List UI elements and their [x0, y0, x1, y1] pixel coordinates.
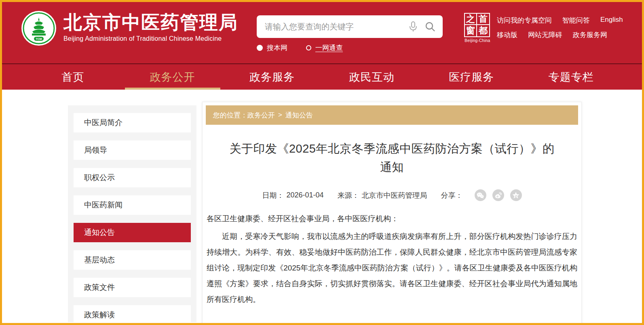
capital-caption: Beijing-China	[464, 38, 491, 43]
site-brand[interactable]: TCM 北京市中医药管理局 Beijing Administration of …	[21, 8, 238, 46]
nav-item-special-columns[interactable]: 专题专栏	[522, 64, 621, 90]
sidebar-item-intro[interactable]: 中医局简介	[74, 113, 191, 132]
nav-item-gov-services[interactable]: 政务服务	[222, 64, 322, 90]
article-meta: 日期： 2026-01-04 来源： 北京市中医药管理局 分享：	[206, 189, 578, 201]
main-nav: 首页 政务公开 政务服务 政民互动 医疗服务 专题专栏	[2, 63, 642, 90]
sidebar-menu: 中医局简介 局领导 职权公示 中医药新闻 通知公告 基层动态 政策文件 政策解读	[68, 105, 196, 322]
article-body: 各区卫生健康委、经开区社会事业局，各中医医疗机构： 近期，受寒冷天气影响，我市以…	[207, 211, 577, 307]
wechat-icon[interactable]	[475, 189, 486, 201]
radio-label: 搜本网	[267, 43, 287, 52]
article-title: 关于印发《2025年北京冬季流感中医药防治方案（试行）》的通知	[226, 139, 558, 176]
sidebar-item-grassroots[interactable]: 基层动态	[74, 250, 191, 270]
svg-text:TCM: TCM	[36, 38, 42, 40]
breadcrumb-separator: >	[278, 111, 282, 119]
link-english[interactable]: English	[600, 16, 623, 25]
microphone-icon[interactable]	[407, 21, 419, 33]
article-date: 2026-01-04	[286, 191, 323, 199]
article-salutation: 各区卫生健康委、经开区社会事业局，各中医医疗机构：	[207, 211, 577, 226]
brand-text: 北京市中医药管理局 Beijing Administration of Trad…	[63, 11, 238, 42]
sidebar-item-authority[interactable]: 职权公示	[74, 168, 191, 187]
nav-item-medical-services[interactable]: 医疗服务	[422, 64, 522, 90]
breadcrumb-link-gov-disclosure[interactable]: 政务公开	[247, 111, 275, 120]
capital-char: 都	[477, 25, 489, 36]
share-icons	[469, 189, 522, 201]
search-box	[257, 15, 443, 38]
page: { "colors": { "brand_red": "#BE1E2D", "p…	[0, 0, 644, 325]
search-icon[interactable]	[424, 21, 436, 33]
quick-links-row1: 访问我的专属空间 智能问答 English	[497, 16, 630, 25]
source-label: 来源：	[338, 191, 359, 200]
nav-item-public-interaction[interactable]: 政民互动	[322, 64, 422, 90]
radio-one-net-search[interactable]: 一网通查	[306, 43, 343, 52]
link-gov-service-net[interactable]: 政务服务网	[573, 30, 607, 40]
breadcrumb-link-notices[interactable]: 通知公告	[285, 111, 313, 120]
link-smart-qa[interactable]: 智能问答	[562, 16, 590, 25]
weibo-icon[interactable]	[492, 189, 504, 201]
search-area: 搜本网 一网通查	[257, 15, 443, 52]
link-accessibility[interactable]: 网站无障碍	[528, 30, 562, 40]
breadcrumb: 您的位置： 政务公开 > 通知公告	[206, 105, 578, 125]
capital-window-grid-icon: 之 首 窗 都	[464, 13, 490, 37]
nav-item-home[interactable]: 首页	[23, 64, 123, 90]
capital-char: 之	[465, 14, 477, 25]
qzone-icon[interactable]	[510, 189, 522, 201]
content-area: 中医局简介 局领导 职权公示 中医药新闻 通知公告 基层动态 政策文件 政策解读…	[2, 90, 642, 322]
share-label: 分享：	[441, 191, 463, 200]
search-scope: 搜本网 一网通查	[257, 43, 443, 52]
capital-char: 窗	[465, 25, 477, 36]
site-subtitle: Beijing Administration of Traditional Ch…	[63, 35, 238, 42]
link-my-space[interactable]: 访问我的专属空间	[497, 16, 552, 25]
date-label: 日期：	[262, 191, 284, 200]
sidebar-item-leadership[interactable]: 局领导	[74, 140, 191, 160]
radio-search-this-site[interactable]: 搜本网	[257, 43, 287, 52]
radio-unselected-icon	[306, 45, 311, 50]
capital-window-logo[interactable]: 之 首 窗 都 Beijing-China	[464, 13, 491, 43]
breadcrumb-prefix: 您的位置：	[213, 111, 247, 120]
search-input[interactable]	[265, 22, 402, 31]
site-header: TCM 北京市中医药管理局 Beijing Administration of …	[2, 2, 642, 63]
quick-links-row2: 移动版 网站无障碍 政务服务网	[497, 30, 630, 40]
link-mobile-version[interactable]: 移动版	[497, 30, 517, 40]
radio-selected-icon	[257, 45, 263, 51]
site-title: 北京市中医药管理局	[63, 11, 238, 34]
capital-char: 首	[477, 14, 489, 25]
sidebar-item-policy-interpretation[interactable]: 政策解读	[74, 305, 191, 325]
article-source: 北京市中医药管理局	[362, 191, 427, 200]
sidebar-item-tcm-news[interactable]: 中医药新闻	[74, 195, 191, 215]
nav-item-gov-disclosure[interactable]: 政务公开	[123, 64, 223, 90]
article-panel: 您的位置： 政务公开 > 通知公告 关于印发《2025年北京冬季流感中医药防治方…	[202, 102, 582, 325]
sidebar-item-notices[interactable]: 通知公告	[74, 223, 191, 242]
article-paragraph: 近期，受寒冷天气影响，我市以流感为主的呼吸道疾病发病率有所上升，部分医疗机构发热…	[207, 229, 577, 307]
sidebar-item-policy-docs[interactable]: 政策文件	[74, 278, 191, 297]
tcm-emblem-logo: TCM	[21, 11, 56, 46]
header-quick-links: 访问我的专属空间 智能问答 English 移动版 网站无障碍 政务服务网	[497, 16, 630, 45]
radio-label: 一网通查	[315, 43, 343, 52]
